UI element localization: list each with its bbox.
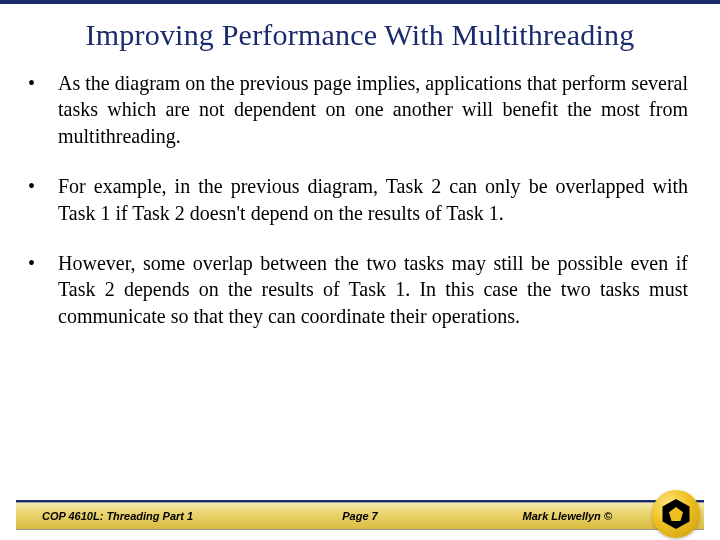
footer-author: Mark Llewellyn ©	[523, 510, 612, 522]
footer-bar: COP 4610L: Threading Part 1 Page 7 Mark …	[16, 502, 704, 530]
footer-page: Page 7	[342, 510, 377, 522]
bullet-text: For example, in the previous diagram, Ta…	[58, 173, 698, 226]
ucf-logo-icon	[652, 490, 700, 538]
bullet-text: However, some overlap between the two ta…	[58, 250, 698, 329]
top-accent-bar	[0, 0, 720, 4]
slide-content: • As the diagram on the previous page im…	[0, 70, 720, 329]
bullet-text: As the diagram on the previous page impl…	[58, 70, 698, 149]
bullet-item: • However, some overlap between the two …	[22, 250, 698, 329]
slide-footer: COP 4610L: Threading Part 1 Page 7 Mark …	[0, 492, 720, 540]
bullet-item: • As the diagram on the previous page im…	[22, 70, 698, 149]
bullet-marker: •	[22, 70, 58, 97]
footer-course: COP 4610L: Threading Part 1	[42, 510, 193, 522]
slide-title: Improving Performance With Multithreadin…	[0, 18, 720, 52]
bullet-item: • For example, in the previous diagram, …	[22, 173, 698, 226]
bullet-marker: •	[22, 173, 58, 200]
bullet-marker: •	[22, 250, 58, 277]
